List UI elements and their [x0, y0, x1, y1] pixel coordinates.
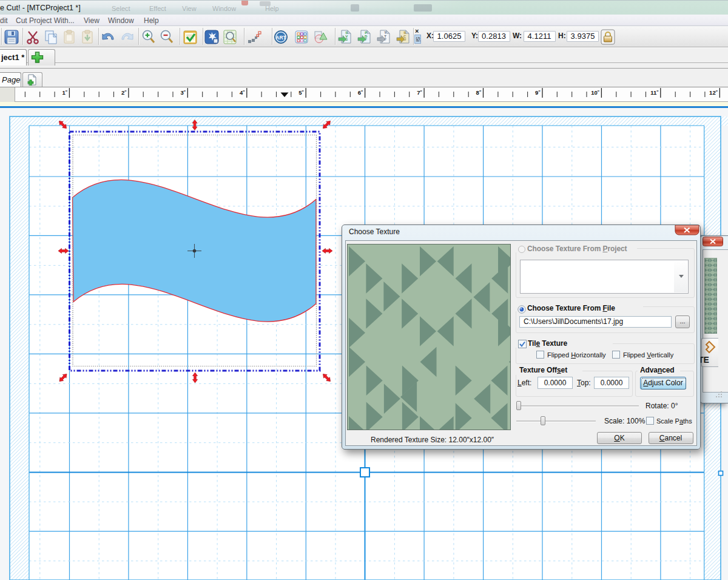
svg-text:8″: 8″ — [476, 89, 481, 96]
svg-text:ART: ART — [275, 35, 286, 41]
svg-text:10″: 10″ — [591, 89, 599, 96]
svg-text:2″: 2″ — [121, 89, 126, 96]
svg-text:5″: 5″ — [298, 89, 303, 96]
svg-text:12″: 12″ — [709, 89, 718, 96]
svg-text:3″: 3″ — [180, 89, 185, 96]
svg-text:9″: 9″ — [535, 89, 540, 96]
svg-text:6″: 6″ — [358, 89, 363, 96]
svg-text:7″: 7″ — [417, 89, 422, 96]
svg-text:4″: 4″ — [240, 89, 244, 96]
svg-text:1″: 1″ — [62, 89, 67, 96]
svg-text:11″: 11″ — [650, 89, 658, 96]
